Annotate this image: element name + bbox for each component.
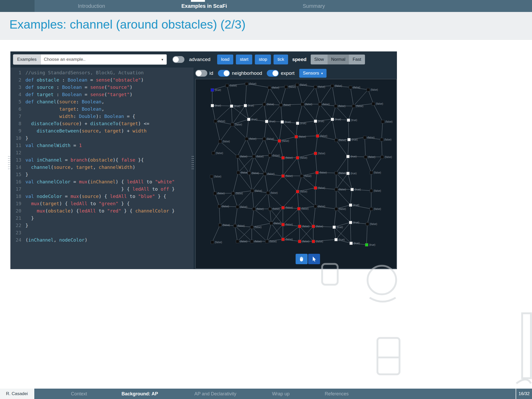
footer-section-wrap-up[interactable]: Wrap up bbox=[272, 389, 290, 399]
graph-node-device[interactable] bbox=[250, 240, 254, 243]
graph-node-device[interactable] bbox=[212, 151, 215, 155]
graph-node-channel[interactable] bbox=[314, 119, 317, 123]
graph-node-device[interactable] bbox=[300, 174, 303, 178]
export-toggle[interactable] bbox=[267, 70, 279, 77]
topbar-section-introduction[interactable]: Introduction bbox=[78, 0, 105, 12]
graph-node-channel[interactable] bbox=[265, 120, 268, 123]
graph-node-device[interactable] bbox=[218, 205, 221, 208]
graph-node-channel[interactable] bbox=[230, 104, 233, 108]
graph-node-channel[interactable] bbox=[211, 104, 214, 107]
graph-node-obstacle[interactable] bbox=[314, 186, 317, 190]
graph-node-device[interactable] bbox=[364, 155, 367, 159]
graph-node-device[interactable] bbox=[318, 103, 322, 106]
graph-node-device[interactable] bbox=[252, 207, 256, 211]
speed-slow-button[interactable]: Slow bbox=[311, 55, 328, 64]
topbar-section-summary[interactable]: Summary bbox=[303, 0, 325, 12]
graph-node-channel[interactable] bbox=[281, 120, 284, 124]
graph-node-obstacle[interactable] bbox=[296, 156, 299, 159]
graph-node-channel[interactable] bbox=[296, 122, 299, 125]
graph-node-obstacle[interactable] bbox=[278, 139, 281, 143]
graph-node-device[interactable] bbox=[367, 88, 370, 91]
graph-node-device[interactable] bbox=[268, 154, 272, 157]
graph-node-device[interactable] bbox=[251, 189, 254, 192]
tick-button[interactable]: tick bbox=[274, 55, 288, 64]
graph-node-obstacle[interactable] bbox=[281, 156, 285, 159]
sensors-dropdown-button[interactable]: Sensors ▾ bbox=[299, 69, 327, 78]
select-pointer-button[interactable] bbox=[308, 254, 320, 264]
graph-node-device[interactable] bbox=[231, 123, 234, 126]
graph-node-obstacle[interactable] bbox=[298, 240, 301, 243]
graph-node-device[interactable] bbox=[284, 85, 288, 89]
graph-node-obstacle[interactable] bbox=[281, 223, 285, 226]
splitter-grip-left[interactable] bbox=[8, 155, 10, 170]
graph-node-device[interactable] bbox=[335, 188, 338, 191]
graph-node-channel[interactable] bbox=[347, 118, 350, 122]
graph-node-obstacle[interactable] bbox=[295, 135, 298, 138]
advanced-toggle[interactable] bbox=[172, 56, 184, 63]
graph-node-device[interactable] bbox=[314, 85, 317, 89]
graph-node-device[interactable] bbox=[270, 222, 273, 225]
splitter-grip-middle[interactable] bbox=[191, 155, 194, 170]
graph-node-device[interactable] bbox=[268, 207, 272, 211]
graph-node-obstacle[interactable] bbox=[281, 206, 285, 209]
graph-node-device[interactable] bbox=[335, 138, 338, 142]
graph-node-device[interactable] bbox=[349, 86, 352, 89]
graph-node-device[interactable] bbox=[233, 224, 237, 228]
load-button[interactable]: load bbox=[217, 55, 233, 64]
graph-node-obstacle[interactable] bbox=[316, 134, 319, 138]
neighborhood-toggle[interactable] bbox=[218, 70, 230, 77]
graph-node-device[interactable] bbox=[236, 205, 239, 209]
graph-node-device[interactable] bbox=[352, 104, 355, 108]
graph-node-channel[interactable] bbox=[349, 242, 353, 245]
footer-section-context[interactable]: Context bbox=[71, 389, 87, 399]
graph-node-device[interactable] bbox=[263, 172, 267, 176]
graph-node-device[interactable] bbox=[248, 171, 251, 175]
graph-node-channel[interactable] bbox=[244, 104, 247, 107]
graph-node-device[interactable] bbox=[366, 222, 369, 226]
graph-node-device[interactable] bbox=[372, 102, 375, 105]
graph-node-device[interactable] bbox=[335, 171, 338, 175]
pan-hand-button[interactable] bbox=[296, 254, 308, 264]
footer-section-ap-and-declarativity[interactable]: AP and Declarativity bbox=[194, 389, 236, 399]
graph-node-device[interactable] bbox=[263, 103, 266, 106]
graph-node-obstacle[interactable] bbox=[281, 238, 285, 241]
graph-node-channel[interactable] bbox=[346, 172, 350, 175]
footer-section-references[interactable]: References bbox=[325, 389, 349, 399]
graph-node-device[interactable] bbox=[296, 83, 299, 87]
graph-node-channel[interactable] bbox=[349, 203, 352, 207]
graph-node-obstacle[interactable] bbox=[315, 171, 319, 174]
graph-node-device[interactable] bbox=[218, 140, 222, 143]
code-editor[interactable]: 1//using StandardSensors, BlockG, Actuat… bbox=[10, 68, 194, 269]
graph-node-obstacle[interactable] bbox=[312, 225, 315, 228]
graph-node-channel[interactable] bbox=[349, 221, 352, 224]
speed-fast-button[interactable]: Fast bbox=[349, 55, 365, 64]
graph-node-obstacle[interactable] bbox=[298, 225, 301, 228]
graph-node-obstacle[interactable] bbox=[312, 240, 315, 243]
graph-node-device[interactable] bbox=[236, 155, 239, 158]
graph-node-source[interactable] bbox=[211, 88, 214, 92]
graph-node-device[interactable] bbox=[380, 138, 383, 141]
graph-node-device[interactable] bbox=[335, 207, 338, 211]
graph-node-device[interactable] bbox=[370, 207, 373, 211]
graph-node-obstacle[interactable] bbox=[297, 207, 301, 210]
graph-node-device[interactable] bbox=[211, 241, 214, 244]
graph-node-device[interactable] bbox=[370, 189, 373, 192]
graph-node-device[interactable] bbox=[370, 171, 373, 174]
graph-node-device[interactable] bbox=[334, 104, 337, 108]
graph-node-device[interactable] bbox=[250, 225, 254, 229]
graph-node-device[interactable] bbox=[245, 137, 248, 141]
graph-node-device[interactable] bbox=[213, 192, 217, 195]
graph-node-channel[interactable] bbox=[331, 118, 334, 121]
graph-node-channel[interactable] bbox=[332, 225, 336, 229]
graph-node-device[interactable] bbox=[381, 120, 384, 123]
graph-node-device[interactable] bbox=[331, 84, 334, 88]
example-select[interactable]: Choose an example.. ▾ bbox=[41, 54, 167, 65]
graph-node-device[interactable] bbox=[237, 171, 240, 174]
graph-node-device[interactable] bbox=[214, 119, 217, 123]
speed-normal-button[interactable]: Normal bbox=[328, 55, 349, 64]
graph-node-device[interactable] bbox=[210, 175, 213, 178]
graph-node-device[interactable] bbox=[252, 155, 256, 158]
graph-node-target[interactable] bbox=[365, 243, 368, 247]
graph-node-channel[interactable] bbox=[334, 238, 338, 241]
graph-node-device[interactable] bbox=[231, 192, 235, 195]
